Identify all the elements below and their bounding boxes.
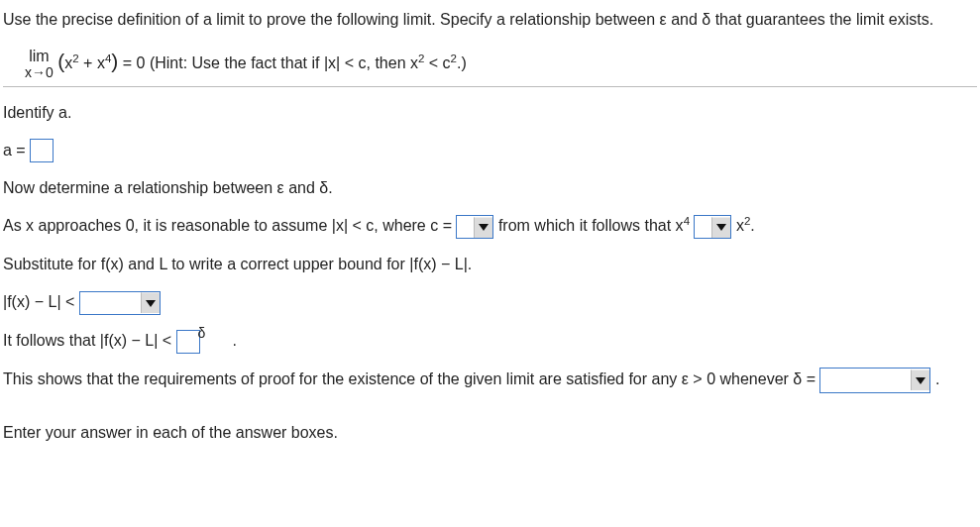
relation-select[interactable] [694, 215, 731, 239]
a-input[interactable] [30, 139, 54, 162]
as-x-row: As x approaches 0, it is reasonable to a… [3, 214, 977, 239]
fx-L-lhs: |f(x) − L| < [3, 293, 79, 310]
this-shows-text: This shows that the requirements of proo… [3, 370, 819, 387]
hint-mid: < c [424, 54, 450, 71]
lim-approach: x→0 [25, 65, 54, 80]
intro-block: Use the precise definition of a limit to… [3, 8, 977, 87]
upper-bound-select[interactable] [79, 291, 161, 315]
this-shows-row: This shows that the requirements of proo… [3, 368, 977, 393]
footer-instruction: Enter your answer in each of the answer … [3, 421, 977, 445]
chevron-down-icon [141, 292, 160, 313]
delta-glyph: δ [198, 323, 206, 344]
period1: . [750, 217, 754, 234]
prompt-text: Use the precise definition of a limit to… [3, 8, 977, 32]
eq-zero: = 0 [118, 54, 150, 71]
delta-equals-select[interactable] [819, 368, 930, 393]
period2: . [233, 332, 237, 349]
period3: . [935, 370, 939, 387]
chevron-down-icon [474, 217, 492, 238]
it-follows-text: It follows that |f(x) − L| < [3, 332, 176, 349]
fx-L-upper-row: |f(x) − L| < [3, 290, 977, 315]
lim-word: lim [29, 49, 49, 65]
a-equals-row: a = [3, 139, 977, 163]
delta-input-wrap: δ [176, 329, 200, 354]
limit-expression: lim x→0 (x2 + x4) = 0 (Hint: Use the fac… [3, 46, 977, 80]
follows-pre: from which it follows that x [498, 217, 684, 234]
now-determine-label: Now determine a relationship between ε a… [3, 176, 977, 200]
hint-end: .) [457, 54, 467, 71]
chevron-down-icon [911, 369, 929, 390]
term-x2: x [97, 54, 105, 71]
as-x-text: As x approaches 0, it is reasonable to a… [3, 217, 456, 234]
delta-exp-input[interactable] [176, 330, 200, 354]
a-equals-text: a = [3, 142, 30, 158]
c-select[interactable] [456, 215, 493, 239]
hint-start: (Hint: Use the fact that if |x| < c, the… [150, 54, 418, 71]
identify-a-label: Identify a. [3, 101, 977, 125]
it-follows-row: It follows that |f(x) − L| < δ . [3, 329, 977, 354]
substitute-label: Substitute for f(x) and L to write a cor… [3, 253, 977, 276]
plus: + [79, 54, 97, 71]
chevron-down-icon [711, 217, 730, 238]
lim-notation: lim x→0 [25, 49, 54, 79]
x2-label: x [736, 217, 744, 234]
exp4: 4 [684, 215, 690, 227]
